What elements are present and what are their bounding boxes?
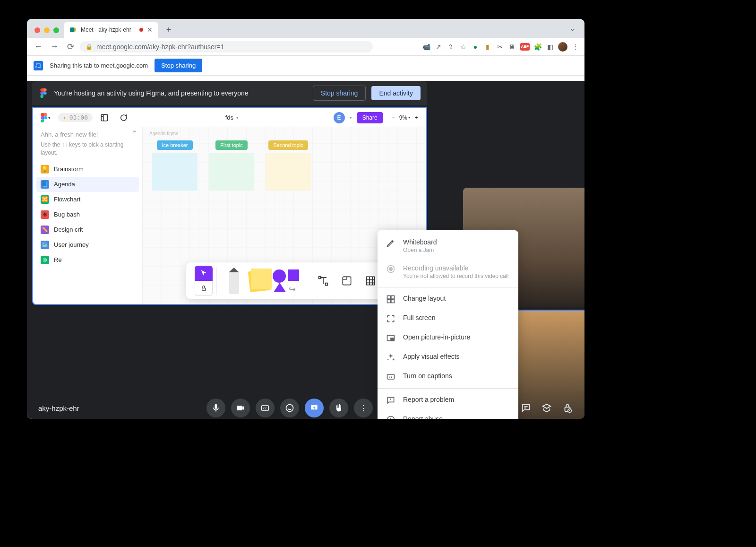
extensions-puzzle-icon[interactable]: 🧩 [533, 43, 542, 51]
close-window-dot[interactable] [34, 27, 40, 33]
sidebar-item-bug-bash[interactable]: 🐞Bug bash [33, 207, 142, 222]
svg-point-7 [389, 267, 393, 270]
pencil-icon [386, 238, 395, 248]
sidebar-item-user-journey[interactable]: 🗺️User journey [33, 237, 142, 252]
host-controls-button[interactable] [562, 402, 573, 414]
menu-report-problem[interactable]: Report a problem [378, 391, 518, 410]
figma-layout-icon[interactable] [97, 111, 112, 124]
figma-timer[interactable]: ✦ 03:00 [58, 113, 93, 122]
minimize-window-dot[interactable] [44, 27, 50, 33]
camera-toggle-button[interactable] [231, 399, 250, 417]
menu-picture-in-picture[interactable]: Open picture-in-picture [378, 328, 518, 347]
sticky-note[interactable] [152, 153, 198, 191]
section-tool[interactable] [336, 270, 357, 291]
extension-folder-icon[interactable]: ▮ [483, 43, 492, 51]
zoom-out-button[interactable]: − [388, 113, 398, 123]
canvas-column[interactable]: First topic [209, 140, 254, 191]
sticky-note-tool[interactable] [247, 270, 268, 291]
figma-menu-icon[interactable]: ▾ [38, 111, 53, 124]
template-icon: 🐞 [41, 210, 49, 219]
nav-reload-button[interactable]: ⟳ [64, 40, 77, 53]
activity-bar-text: You're hosting an activity using Figma, … [54, 89, 249, 97]
sticky-note[interactable] [209, 153, 254, 191]
menu-change-layout[interactable]: Change layout [378, 289, 518, 309]
nav-forward-button[interactable]: → [48, 40, 61, 53]
sidebar-item-agenda[interactable]: 📘Agenda [36, 177, 139, 192]
sidebar-item-flowchart[interactable]: 🔀Flowchart [33, 192, 142, 207]
menu-visual-effects[interactable]: Apply visual effects [378, 347, 518, 367]
svg-rect-0 [70, 27, 74, 32]
extension-monitor-icon[interactable]: 🖥 [508, 43, 516, 51]
template-label: Flowchart [54, 196, 80, 203]
meet-area: You're hosting an activity using Figma, … [27, 81, 584, 419]
stop-sharing-button[interactable]: Stop sharing [155, 59, 202, 72]
activity-end-button[interactable]: End activity [371, 86, 421, 100]
figma-file-title[interactable]: fds ▾ [135, 114, 329, 121]
svg-text:CC: CC [263, 407, 267, 410]
open-external-icon[interactable]: ↗ [434, 43, 443, 51]
canvas-column[interactable]: Second topic [266, 140, 311, 191]
figma-comment-icon[interactable] [116, 111, 130, 124]
lock-icon: 🔒 [86, 43, 93, 50]
nav-back-button[interactable]: ← [32, 40, 45, 53]
reactions-button[interactable] [280, 399, 299, 417]
sticky-note[interactable] [266, 153, 311, 191]
menu-full-screen[interactable]: Full screen [378, 309, 518, 328]
template-icon: ◎ [41, 256, 49, 264]
shapes-tool[interactable]: ↪ [271, 270, 302, 291]
pencil-tool[interactable] [223, 270, 244, 291]
menu-report-abuse[interactable]: Report abuse [378, 410, 518, 419]
figma-share-button[interactable]: Share [357, 112, 383, 123]
sidebar-item-re[interactable]: ◎Re [33, 252, 142, 268]
captions-toggle-button[interactable]: CC [256, 399, 275, 417]
sidebar-hint-body: Use the ↑↓ keys to pick a starting layou… [33, 138, 142, 162]
canvas-column[interactable]: Ice breaker [152, 140, 198, 191]
sharing-infobar-text: Sharing this tab to meet.google.com [50, 62, 148, 69]
template-label: Bug bash [54, 211, 80, 218]
sparkle-icon [386, 353, 395, 362]
tab-list-chevron-icon[interactable] [569, 26, 576, 33]
menu-whiteboard[interactable]: WhiteboardOpen a Jam [378, 233, 518, 259]
zoom-in-button[interactable]: + [411, 113, 421, 123]
raise-hand-button[interactable] [329, 399, 348, 417]
browser-tab[interactable]: Meet - aky-hzpk-ehr ✕ [64, 22, 158, 38]
tab-title: Meet - aky-hzpk-ehr [81, 26, 131, 33]
close-tab-icon[interactable]: ✕ [147, 26, 153, 34]
profile-avatar[interactable] [558, 42, 567, 52]
extension-abp-icon[interactable]: ABP [520, 43, 530, 51]
fullscreen-window-dot[interactable] [53, 27, 59, 33]
template-label: Brainstorm [54, 165, 84, 173]
figma-collaborator-avatar[interactable]: E [334, 112, 345, 123]
menu-captions[interactable]: Turn on captions [378, 367, 518, 386]
cast-icon [34, 61, 43, 70]
sidepanel-icon[interactable]: ◧ [546, 43, 554, 51]
svg-rect-11 [391, 299, 395, 303]
share-icon[interactable]: ⇪ [447, 43, 455, 51]
chrome-addressbar: ← → ⟳ 🔒 meet.google.com/aky-hzpk-ehr?aut… [27, 38, 584, 56]
mic-toggle-button[interactable] [206, 399, 225, 417]
extension-icons: 📹 ↗ ⇪ ☆ ● ▮ ✂︎ 🖥 ABP 🧩 ◧ ⋮ [422, 42, 580, 52]
sidebar-item-design-crit[interactable]: ✏️Design crit [33, 222, 142, 237]
figma-logo-icon [39, 88, 48, 98]
timer-star-icon: ✦ [63, 114, 67, 121]
menu-recording-unavailable: Recording unavailableYou're not allowed … [378, 259, 518, 285]
pointer-tool[interactable] [195, 266, 213, 296]
activities-button[interactable] [541, 402, 552, 414]
bookmark-star-icon[interactable]: ☆ [459, 43, 467, 51]
activity-stop-sharing-button[interactable]: Stop sharing [313, 86, 366, 101]
url-field[interactable]: 🔒 meet.google.com/aky-hzpk-ehr?authuser=… [80, 41, 373, 52]
more-options-button[interactable]: ⋮ [354, 399, 373, 417]
sidebar-item-brainstorm[interactable]: 💡Brainstorm [33, 162, 142, 177]
camera-indicator-icon[interactable]: 📹 [422, 43, 430, 51]
meeting-code: aky-hzpk-ehr [38, 404, 161, 412]
chrome-menu-icon[interactable]: ⋮ [571, 43, 580, 51]
text-tool[interactable] [313, 270, 334, 291]
chat-button[interactable] [520, 402, 532, 414]
new-tab-button[interactable]: + [162, 23, 175, 36]
extension-greendot-icon[interactable]: ● [471, 43, 480, 51]
close-hint-icon[interactable]: ⌃ [131, 129, 137, 138]
svg-point-2 [44, 116, 47, 119]
extension-scissors-icon[interactable]: ✂︎ [496, 43, 504, 51]
template-icon: 📘 [41, 180, 49, 189]
present-screen-button[interactable] [305, 399, 324, 417]
